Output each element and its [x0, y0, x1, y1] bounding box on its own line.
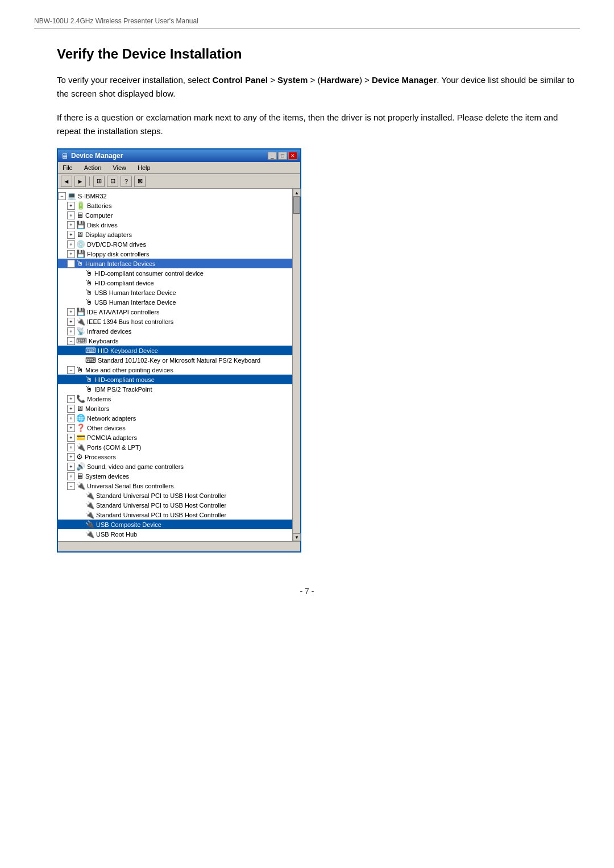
tree-node-label: Standard Universal PCI to USB Host Contr…: [96, 502, 226, 509]
scroll-up[interactable]: ▲: [293, 189, 301, 197]
tree-node-label: DVD/CD-ROM drives: [87, 241, 146, 248]
close-button[interactable]: ✕: [288, 152, 297, 160]
tree-node-label: Standard Universal PCI to USB Host Contr…: [96, 492, 226, 499]
scrollbar[interactable]: ▲ ▼: [292, 189, 300, 541]
toolbar-btn5[interactable]: ?: [121, 176, 132, 187]
tree-expander[interactable]: +: [67, 211, 75, 219]
paragraph-1: To verify your receiver installation, se…: [57, 73, 580, 101]
menu-action[interactable]: Action: [82, 163, 104, 172]
tree-node-label: Ports (COM & LPT): [87, 444, 141, 451]
tree-item[interactable]: ⌨Standard 101/102-Key or Microsoft Natur…: [58, 355, 292, 365]
tree-item[interactable]: +💾Disk drives: [58, 220, 292, 230]
tree-expander[interactable]: +: [67, 318, 75, 326]
toolbar-btn6[interactable]: ⊠: [134, 176, 146, 187]
maximize-button[interactable]: □: [278, 152, 287, 160]
titlebar-left: 🖥 Device Manager: [61, 152, 123, 160]
tree-item[interactable]: 🔌Standard Universal PCI to USB Host Cont…: [58, 500, 292, 510]
tree-item[interactable]: +🖥System devices: [58, 471, 292, 481]
tree-item[interactable]: −🖱Mice and other pointing devices: [58, 365, 292, 375]
tree-item[interactable]: 🖱USB Human Interface Device: [58, 288, 292, 297]
tree-item[interactable]: ⌨HID Keyboard Device: [58, 346, 292, 355]
menu-help[interactable]: Help: [135, 163, 153, 172]
menu-view[interactable]: View: [110, 163, 128, 172]
tree-item[interactable]: +💾Floppy disk controllers: [58, 249, 292, 259]
tree-expander[interactable]: +: [67, 463, 75, 471]
tree-item[interactable]: +🔌Ports (COM & LPT): [58, 442, 292, 452]
doc-header: NBW-100U 2.4GHz Wireless Presenter User'…: [34, 17, 580, 29]
tree-node-label: Sound, video and game controllers: [87, 463, 184, 470]
tree-node-icon: 💻: [67, 192, 76, 200]
para1-mid2: > (: [308, 75, 320, 85]
tree-expander[interactable]: +: [67, 443, 75, 451]
tree-expander[interactable]: +: [67, 308, 75, 316]
tree-item[interactable]: +🖥Computer: [58, 210, 292, 220]
para1-pre: To verify your receiver installation, se…: [57, 75, 212, 85]
tree-item[interactable]: +🔋Batteries: [58, 201, 292, 210]
scroll-thumb[interactable]: [293, 197, 300, 214]
toolbar-forward[interactable]: ►: [74, 176, 86, 187]
tree-item[interactable]: 🔌USB Composite Device: [58, 520, 292, 529]
tree-item[interactable]: +📞Modems: [58, 394, 292, 404]
tree-item[interactable]: −⌨Keyboards: [58, 336, 292, 346]
tree-expander[interactable]: −: [67, 337, 75, 345]
tree-expander[interactable]: +: [67, 395, 75, 403]
tree-item[interactable]: +⚙Processors: [58, 452, 292, 462]
tree-expander[interactable]: +: [67, 453, 75, 461]
tree-item[interactable]: +❓Other devices: [58, 423, 292, 433]
tree-expander[interactable]: +: [67, 405, 75, 413]
device-tree[interactable]: −💻S-IBMR32+🔋Batteries+🖥Computer+💾Disk dr…: [58, 189, 292, 541]
tree-item[interactable]: 🖱HID-compliant mouse: [58, 375, 292, 384]
tree-item[interactable]: 🔌USB Root Hub: [58, 529, 292, 539]
toolbar-btn3[interactable]: ⊞: [93, 176, 105, 187]
tree-item[interactable]: −🔌Universal Serial Bus controllers: [58, 481, 292, 491]
tree-item[interactable]: +💳PCMCIA adapters: [58, 433, 292, 442]
toolbar-back[interactable]: ◄: [61, 176, 72, 187]
tree-expander[interactable]: +: [67, 472, 75, 480]
tree-item[interactable]: 🔌Standard Universal PCI to USB Host Cont…: [58, 491, 292, 500]
tree-item[interactable]: +🔌IEEE 1394 Bus host controllers: [58, 317, 292, 326]
tree-item[interactable]: +💾IDE ATA/ATAPI controllers: [58, 307, 292, 317]
scroll-down[interactable]: ▼: [293, 533, 301, 541]
tree-item[interactable]: 🖱USB Human Interface Device: [58, 297, 292, 307]
tree-node-label: HID-compliant device: [94, 280, 154, 286]
tree-node-icon: ⌨: [76, 337, 87, 345]
tree-expander[interactable]: −: [67, 366, 75, 374]
titlebar-buttons[interactable]: _ □ ✕: [268, 152, 297, 160]
tree-node-label: IBM PS/2 TrackPoint: [94, 386, 152, 393]
tree-node-icon: 🔌: [85, 491, 94, 500]
tree-item[interactable]: +🖥Monitors: [58, 404, 292, 413]
toolbar-btn4[interactable]: ⊟: [107, 176, 118, 187]
tree-node-label: Modems: [87, 396, 111, 402]
tree-expander[interactable]: −: [67, 482, 75, 490]
tree-item[interactable]: +🌐Network adapters: [58, 413, 292, 423]
tree-expander[interactable]: −: [58, 192, 66, 200]
tree-item[interactable]: +📡Infrared devices: [58, 326, 292, 336]
para1-mid1: >: [268, 75, 277, 85]
scroll-track[interactable]: [293, 197, 300, 533]
tree-item[interactable]: −🖱Human Interface Devices: [58, 259, 292, 268]
tree-item[interactable]: 🔌Standard Universal PCI to USB Host Cont…: [58, 510, 292, 520]
tree-item[interactable]: 🖱HID-compliant consumer control device: [58, 268, 292, 278]
tree-expander[interactable]: +: [67, 250, 75, 258]
tree-item[interactable]: 🖱IBM PS/2 TrackPoint: [58, 384, 292, 394]
tree-item[interactable]: 🖱HID-compliant device: [58, 278, 292, 288]
tree-expander[interactable]: +: [67, 240, 75, 248]
tree-item[interactable]: +💿DVD/CD-ROM drives: [58, 239, 292, 249]
minimize-button[interactable]: _: [268, 152, 277, 160]
tree-item[interactable]: +🖥Display adapters: [58, 230, 292, 239]
tree-expander[interactable]: +: [67, 414, 75, 422]
tree-expander[interactable]: +: [67, 231, 75, 239]
tree-node-label: Other devices: [87, 425, 126, 431]
tree-node-label: Network adapters: [87, 415, 136, 422]
tree-expander[interactable]: +: [67, 424, 75, 432]
tree-expander[interactable]: +: [67, 434, 75, 442]
tree-node-label: Disk drives: [87, 222, 118, 229]
tree-expander[interactable]: +: [67, 221, 75, 229]
tree-item[interactable]: +🔊Sound, video and game controllers: [58, 462, 292, 471]
para1-bold2: System: [277, 75, 308, 85]
tree-expander[interactable]: +: [67, 202, 75, 210]
menu-file[interactable]: File: [60, 163, 75, 172]
tree-item[interactable]: −💻S-IBMR32: [58, 191, 292, 201]
tree-expander[interactable]: +: [67, 327, 75, 335]
tree-expander[interactable]: −: [67, 260, 75, 268]
